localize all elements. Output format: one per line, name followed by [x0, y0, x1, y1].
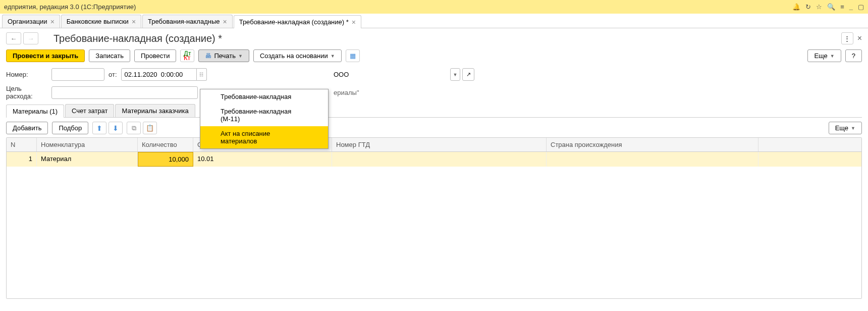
- nav-back-button[interactable]: ←: [6, 32, 21, 44]
- button-label: Добавить: [13, 124, 41, 132]
- main-toolbar: Провести и закрыть Записать Провести ДтК…: [6, 49, 862, 62]
- org-dropdown-icon[interactable]: ▼: [450, 68, 460, 81]
- subtab-materials[interactable]: Материалы (1): [6, 105, 64, 118]
- grid-more-button[interactable]: Еще ▼: [829, 122, 862, 134]
- hidden-text-fragment: ериалы": [334, 89, 359, 96]
- chevron-down-icon: ▼: [851, 126, 855, 131]
- tab-requisition-create[interactable]: Требование-накладная (создание) * ×: [234, 15, 361, 28]
- print-menu-writeoff-act[interactable]: Акт на списание материалов: [200, 126, 328, 148]
- button-label: Провести: [141, 52, 170, 60]
- select-items-button[interactable]: Подбор: [52, 122, 88, 134]
- button-label: Провести и закрыть: [13, 52, 78, 60]
- subtab-label: Материалы заказчика: [122, 107, 188, 115]
- menu-item-label: Требование-накладная (М-11): [221, 108, 291, 123]
- printer-icon: 🖶: [205, 52, 211, 60]
- close-icon[interactable]: ×: [132, 18, 136, 26]
- table-row[interactable]: 1 Материал 10,000 10.01: [7, 152, 861, 167]
- star-icon[interactable]: ☆: [816, 3, 822, 11]
- date-input[interactable]: [121, 68, 197, 81]
- grid-header: N Номенклатура Количество Счет учета Ном…: [7, 138, 861, 152]
- date-picker-icon[interactable]: ☷: [197, 68, 207, 81]
- header-row: ← → Требование-накладная (создание) * ⋮ …: [6, 32, 862, 44]
- title-text: едприятия, редакция 3.0 (1С:Предприятие): [4, 3, 792, 11]
- title-bar-icons: 🔔 ↻ ☆ 🔍 ≡ _ ▢: [792, 3, 864, 11]
- number-label: Номер:: [6, 71, 47, 78]
- save-button[interactable]: Записать: [89, 49, 130, 62]
- maximize-window-icon[interactable]: ▢: [858, 3, 864, 11]
- close-icon[interactable]: ×: [352, 18, 356, 26]
- button-label: ?: [852, 52, 855, 60]
- grid-body[interactable]: 1 Материал 10,000 10.01: [7, 152, 861, 298]
- kebab-menu-icon[interactable]: ⋮: [841, 32, 853, 44]
- post-button[interactable]: Провести: [134, 49, 177, 62]
- close-page-icon[interactable]: ×: [857, 34, 862, 43]
- move-down-button[interactable]: ⬇: [108, 122, 123, 134]
- menu-item-label: Требование-накладная: [221, 93, 291, 100]
- post-and-close-button[interactable]: Провести и закрыть: [6, 49, 85, 62]
- grid-toolbar: Добавить Подбор ⬆ ⬇ ⧉ 📋 Еще ▼: [6, 122, 862, 134]
- col-header-quantity[interactable]: Количество: [138, 138, 193, 151]
- chevron-down-icon: ▼: [238, 54, 243, 59]
- materials-grid: N Номенклатура Количество Счет учета Ном…: [6, 137, 862, 299]
- tab-requisitions[interactable]: Требования-накладные ×: [142, 15, 233, 28]
- print-button[interactable]: 🖶 Печать ▼: [198, 49, 249, 62]
- purpose-label: Цель расхода:: [6, 85, 47, 100]
- cell-quantity[interactable]: 10,000: [138, 152, 193, 167]
- minimize-window-icon[interactable]: _: [849, 3, 853, 11]
- create-based-button[interactable]: Создать на основании ▼: [253, 49, 342, 62]
- more-button[interactable]: Еще ▼: [807, 49, 841, 62]
- bell-icon[interactable]: 🔔: [792, 3, 800, 11]
- button-label: Создать на основании: [260, 52, 328, 60]
- cell-country[interactable]: [547, 152, 758, 167]
- print-menu-requisition[interactable]: Требование-накладная: [200, 89, 328, 104]
- paste-button[interactable]: 📋: [143, 122, 157, 134]
- tab-label: Требования-накладные: [148, 18, 220, 25]
- subtab-cost-account[interactable]: Счет затрат: [65, 104, 114, 117]
- menu-lines-icon[interactable]: ≡: [840, 3, 844, 11]
- form-row-purpose: Цель расхода: ериалы": [6, 85, 862, 100]
- move-up-button[interactable]: ⬆: [92, 122, 106, 134]
- org-text-fragment: ООО: [334, 71, 349, 78]
- button-label: Еще: [835, 124, 848, 132]
- title-bar: едприятия, редакция 3.0 (1С:Предприятие)…: [0, 0, 868, 14]
- button-label: Подбор: [59, 124, 82, 132]
- col-header-nomenclature[interactable]: Номенклатура: [37, 138, 138, 151]
- chevron-down-icon: ▼: [830, 54, 835, 59]
- print-menu-requisition-m11[interactable]: Требование-накладная (М-11): [200, 104, 328, 126]
- tab-bank-statements[interactable]: Банковские выписки ×: [61, 15, 141, 28]
- page-title: Требование-накладная (создание) *: [53, 33, 841, 44]
- subtab-label: Материалы (1): [13, 108, 58, 115]
- tab-organizations[interactable]: Организации ×: [2, 15, 60, 28]
- dtkt-button[interactable]: ДтКт: [180, 49, 194, 62]
- button-label: Еще: [814, 52, 827, 60]
- tab-bar: Организации × Банковские выписки × Требо…: [0, 14, 868, 28]
- copy-button[interactable]: ⧉: [127, 122, 141, 134]
- search-icon[interactable]: 🔍: [827, 3, 835, 11]
- button-label: Печать: [214, 52, 236, 60]
- structure-button[interactable]: ▦: [346, 49, 360, 62]
- add-row-button[interactable]: Добавить: [6, 122, 48, 134]
- org-open-icon[interactable]: ↗: [462, 68, 474, 81]
- tab-label: Организации: [8, 18, 47, 25]
- print-dropdown-menu: Требование-накладная Требование-накладна…: [200, 89, 329, 149]
- subtab-customer-materials[interactable]: Материалы заказчика: [115, 104, 195, 117]
- chevron-down-icon: ▼: [331, 54, 335, 59]
- cell-n[interactable]: 1: [7, 152, 37, 167]
- sub-tabs: Материалы (1) Счет затрат Материалы зака…: [6, 104, 862, 118]
- tab-label: Банковские выписки: [67, 18, 129, 25]
- history-icon[interactable]: ↻: [805, 3, 811, 11]
- cell-gtd[interactable]: [332, 152, 547, 167]
- col-header-n[interactable]: N: [7, 138, 37, 151]
- purpose-input[interactable]: [51, 86, 198, 99]
- col-header-gtd[interactable]: Номер ГТД: [332, 138, 547, 151]
- col-header-country[interactable]: Страна происхождения: [547, 138, 758, 151]
- date-label: от:: [108, 71, 117, 78]
- close-icon[interactable]: ×: [50, 18, 55, 26]
- cell-nomenclature[interactable]: Материал: [37, 152, 138, 167]
- number-input[interactable]: [51, 68, 104, 81]
- nav-forward-button[interactable]: →: [23, 32, 38, 44]
- tab-label: Требование-накладная (создание) *: [239, 18, 349, 26]
- cell-account[interactable]: 10.01: [193, 152, 332, 167]
- help-button[interactable]: ?: [845, 49, 862, 62]
- close-icon[interactable]: ×: [223, 18, 227, 26]
